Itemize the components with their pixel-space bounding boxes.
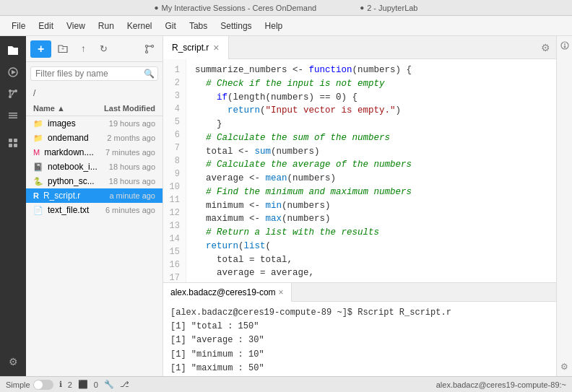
right-side-panel: ⚙ bbox=[556, 36, 572, 376]
file-item-rscript[interactable]: R R_script.r a minute ago bbox=[26, 188, 162, 203]
svg-point-4 bbox=[9, 95, 12, 98]
svg-rect-13 bbox=[9, 144, 12, 147]
rebuild-icon[interactable]: 🔧 bbox=[104, 380, 114, 389]
svg-point-3 bbox=[14, 90, 17, 92]
menu-kernel[interactable]: Kernel bbox=[121, 19, 158, 33]
file-list: 📁 images 19 hours ago 📁 ondemand 2 month… bbox=[26, 116, 162, 376]
close-tab-button[interactable]: × bbox=[213, 43, 219, 53]
jupyter-title: 2 - JupyterLab bbox=[367, 4, 417, 12]
modified-column-header[interactable]: Last Modified bbox=[90, 104, 155, 113]
menu-view[interactable]: View bbox=[61, 19, 91, 33]
svg-text:+: + bbox=[61, 46, 64, 51]
file-name: ondemand bbox=[48, 133, 107, 143]
tab-label: R_script.r bbox=[172, 43, 209, 53]
jupyter-tab: ● 2 - JupyterLab bbox=[360, 4, 417, 12]
file-item-markdown[interactable]: M markdown.... 7 minutes ago bbox=[26, 145, 162, 160]
git-clone-button[interactable] bbox=[141, 40, 158, 58]
svg-rect-10 bbox=[9, 118, 17, 119]
file-date: a minute ago bbox=[109, 191, 155, 200]
name-column-header[interactable]: Name ▲ bbox=[33, 104, 90, 113]
mode-label: Simple bbox=[6, 380, 30, 389]
mode-toggle-track[interactable] bbox=[33, 380, 53, 390]
menu-help[interactable]: Help bbox=[259, 19, 289, 33]
terminal-close-button[interactable]: × bbox=[279, 287, 284, 297]
menu-bar: File Edit View Run Kernel Git Tabs Setti… bbox=[0, 16, 572, 36]
file-item-python[interactable]: 🐍 python_sc... 18 hours ago bbox=[26, 174, 162, 188]
svg-rect-12 bbox=[14, 139, 17, 142]
file-date: 7 minutes ago bbox=[105, 148, 155, 157]
notebook-icon: 📓 bbox=[33, 162, 43, 172]
terminal-tab-label: alex.badacz@ceres19-com bbox=[170, 287, 276, 297]
menu-edit[interactable]: Edit bbox=[32, 19, 59, 33]
terminal-line-5: [1] "maximum : 50" bbox=[170, 362, 549, 375]
file-name: R_script.r bbox=[43, 191, 109, 201]
top-bar: ● My Interactive Sessions - Ceres OnDema… bbox=[0, 0, 572, 16]
git-icon[interactable] bbox=[3, 84, 23, 104]
hostname-label: alex.badacz@ceres19-compute-89:~ bbox=[436, 380, 566, 389]
search-icon: 🔍 bbox=[144, 69, 155, 79]
icon-sidebar: ⚙ bbox=[0, 36, 26, 376]
python-icon: 🐍 bbox=[33, 177, 43, 186]
menu-file[interactable]: File bbox=[6, 19, 31, 33]
menu-settings[interactable]: Settings bbox=[214, 19, 257, 33]
code-editor[interactable]: summarize_numbers <- function(numbers) {… bbox=[186, 59, 556, 282]
menu-tabs[interactable]: Tabs bbox=[183, 19, 213, 33]
extensions-icon[interactable] bbox=[3, 133, 23, 153]
folder-icon: 📁 bbox=[33, 119, 43, 129]
terminal-tab[interactable]: alex.badacz@ceres19-com × bbox=[163, 283, 292, 302]
file-list-header: Name ▲ Last Modified bbox=[26, 101, 162, 116]
svg-marker-1 bbox=[12, 70, 16, 74]
error-icon: ⬛ bbox=[78, 380, 88, 389]
folder-icon: 📁 bbox=[33, 134, 43, 143]
file-item-notebook[interactable]: 📓 notebook_i... 18 hours ago bbox=[26, 160, 162, 174]
svg-line-7 bbox=[12, 91, 14, 95]
markdown-icon: M bbox=[33, 148, 40, 157]
main-layout: ⚙ + + ↑ ↻ 🔍 / Name ▲ Last Modified bbox=[0, 36, 572, 376]
file-date: 6 minutes ago bbox=[105, 206, 155, 214]
terminal-area: alex.badacz@ceres19-com × [alex.badacz@c… bbox=[163, 282, 556, 376]
file-panel: + + ↑ ↻ 🔍 / Name ▲ Last Modified 📁 bbox=[26, 36, 163, 376]
error-count: 0 bbox=[94, 380, 98, 389]
editor-content[interactable]: 12345 678910 1112131415 1617181920 21222… bbox=[163, 59, 556, 282]
terminal-content[interactable]: [alex.badacz@ceres19-compute-89 ~]$ Rscr… bbox=[163, 302, 556, 376]
terminal-line-4: [1] "minimum : 10" bbox=[170, 348, 549, 362]
files-icon[interactable] bbox=[3, 40, 23, 61]
file-item-textfile[interactable]: 📄 text_file.txt 6 minutes ago bbox=[26, 203, 162, 217]
status-bar: Simple ℹ 2 ⬛ 0 🔧 ⎇ alex.badacz@ceres19-c… bbox=[0, 376, 572, 392]
file-item-images[interactable]: 📁 images 19 hours ago bbox=[26, 116, 162, 131]
menu-git[interactable]: Git bbox=[160, 19, 182, 33]
svg-point-17 bbox=[152, 45, 154, 47]
toggle-knob bbox=[34, 380, 43, 389]
info-icon: ℹ bbox=[59, 380, 62, 389]
upload-button[interactable]: ↑ bbox=[74, 40, 92, 58]
running-icon[interactable] bbox=[3, 62, 23, 82]
svg-rect-9 bbox=[9, 115, 17, 116]
file-search[interactable]: 🔍 bbox=[30, 66, 158, 81]
right-panel-toggle[interactable]: ⚙ bbox=[535, 42, 556, 53]
mode-toggle[interactable]: Simple bbox=[6, 380, 53, 390]
settings-sidebar-icon[interactable]: ⚙ bbox=[3, 352, 23, 372]
file-name: text_file.txt bbox=[48, 205, 105, 215]
terminal-line-1: [alex.badacz@ceres19-compute-89 ~]$ Rscr… bbox=[170, 306, 549, 320]
file-item-ondemand[interactable]: 📁 ondemand 2 months ago bbox=[26, 131, 162, 145]
session-title: My Interactive Sessions - Ceres OnDemand bbox=[162, 4, 317, 12]
svg-point-2 bbox=[9, 90, 12, 92]
line-numbers: 12345 678910 1112131415 1617181920 21222… bbox=[163, 59, 186, 282]
search-input[interactable] bbox=[35, 69, 144, 79]
menu-run[interactable]: Run bbox=[92, 19, 120, 33]
property-inspector-icon[interactable] bbox=[558, 39, 571, 52]
new-launcher-button[interactable]: + bbox=[30, 40, 51, 58]
r-icon: R bbox=[33, 191, 39, 200]
menu-icon[interactable] bbox=[3, 105, 23, 126]
settings-side-icon[interactable]: ⚙ bbox=[558, 360, 571, 373]
refresh-button[interactable]: ↻ bbox=[95, 40, 112, 58]
git-branch-icon[interactable]: ⎇ bbox=[120, 380, 129, 389]
text-icon: 📄 bbox=[33, 206, 43, 215]
tab-bar: R_script.r × ⚙ bbox=[163, 36, 556, 59]
editor-area: R_script.r × ⚙ 12345 678910 1112131415 1… bbox=[163, 36, 556, 376]
editor-tab-rscript[interactable]: R_script.r × bbox=[163, 36, 229, 59]
svg-point-16 bbox=[146, 45, 148, 47]
new-folder-button[interactable]: + bbox=[54, 40, 72, 58]
file-date: 19 hours ago bbox=[109, 119, 155, 128]
file-name: markdown.... bbox=[44, 147, 105, 157]
